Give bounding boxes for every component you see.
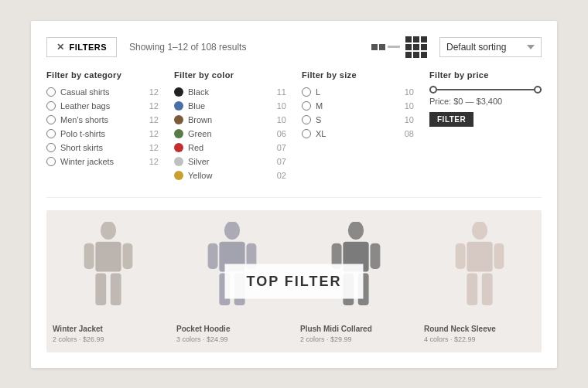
filter-size-title: Filter by size [302, 70, 414, 80]
category-item[interactable]: Leather bags12 [46, 101, 159, 111]
filter-category: Filter by category Casual shirts12Leathe… [46, 70, 174, 185]
color-item[interactable]: Black11 [174, 87, 286, 97]
product-info: 4 colors · $22.99 [424, 335, 535, 343]
product-card[interactable]: Pocket Hoodie 3 colors · $24.99 [170, 210, 294, 352]
grid-view-icon[interactable] [405, 36, 427, 58]
svg-rect-2 [84, 243, 94, 268]
view-toggle [371, 36, 427, 58]
filter-color-title: Filter by color [174, 70, 286, 80]
svg-point-18 [472, 222, 487, 240]
svg-rect-3 [122, 243, 132, 268]
color-swatch [174, 143, 183, 152]
product-figure [449, 222, 511, 315]
product-image [53, 218, 164, 318]
price-range-text: Price: $0 — $3,400 [429, 97, 542, 106]
color-swatch [174, 101, 183, 111]
product-figure [77, 222, 139, 315]
svg-rect-5 [111, 273, 121, 305]
color-item[interactable]: Red07 [174, 143, 286, 152]
svg-rect-8 [208, 243, 218, 268]
product-name: Round Neck Sleeve [424, 325, 535, 333]
product-figure [325, 222, 387, 315]
close-icon: ✕ [56, 42, 65, 53]
svg-point-0 [101, 222, 116, 240]
color-item[interactable]: Silver07 [174, 157, 286, 166]
main-card: ✕ FILTERS Showing 1–12 of 108 results De… [31, 21, 557, 368]
svg-rect-4 [95, 273, 106, 305]
product-grid: Winter Jacket 2 colors · $26.99 Pocket H… [46, 210, 542, 352]
svg-rect-11 [234, 273, 245, 305]
svg-rect-7 [219, 241, 244, 271]
svg-rect-20 [456, 243, 466, 268]
color-swatch [174, 171, 183, 180]
product-name: Plush Midi Collared [300, 325, 412, 333]
svg-rect-14 [332, 243, 342, 268]
filter-price: Filter by price Price: $0 — $3,400 FILTE… [429, 70, 542, 185]
product-image [176, 218, 288, 318]
product-figure [201, 222, 263, 315]
filter-panel: Filter by category Casual shirts12Leathe… [46, 70, 542, 198]
color-swatch [174, 157, 183, 166]
category-item[interactable]: Men's shorts12 [46, 115, 159, 124]
color-item[interactable]: Green06 [174, 129, 286, 138]
price-handle-max[interactable] [534, 86, 542, 94]
svg-point-6 [224, 222, 240, 240]
svg-rect-10 [219, 273, 230, 305]
svg-rect-9 [246, 243, 256, 268]
category-item[interactable]: Casual shirts12 [46, 87, 159, 97]
product-card[interactable]: Plush Midi Collared 2 colors · $29.99 [294, 210, 418, 352]
size-item[interactable]: M10 [302, 101, 414, 111]
color-item[interactable]: Blue10 [174, 101, 286, 111]
svg-rect-1 [95, 241, 121, 271]
category-list: Casual shirts12Leather bags12Men's short… [46, 87, 159, 166]
svg-rect-22 [467, 273, 477, 305]
product-info: 2 colors · $29.99 [300, 335, 412, 343]
svg-rect-15 [370, 243, 380, 268]
filter-category-title: Filter by category [46, 70, 159, 80]
svg-rect-16 [343, 273, 354, 305]
filters-label: FILTERS [70, 43, 108, 52]
product-name: Pocket Hoodie [176, 325, 288, 333]
color-list: Black11Blue10Brown10Green06Red07Silver07… [174, 87, 286, 180]
product-image [424, 218, 535, 318]
toolbar: ✕ FILTERS Showing 1–12 of 108 results De… [46, 36, 542, 58]
product-info: 2 colors · $26.99 [53, 335, 164, 343]
size-item[interactable]: S10 [302, 115, 414, 124]
filter-price-title: Filter by price [429, 70, 542, 80]
product-card[interactable]: Round Neck Sleeve 4 colors · $22.99 [418, 210, 542, 352]
category-item[interactable]: Winter jackets12 [46, 157, 159, 166]
product-card[interactable]: Winter Jacket 2 colors · $26.99 [46, 210, 170, 352]
color-item[interactable]: Yellow02 [174, 171, 286, 180]
product-grid-container: Winter Jacket 2 colors · $26.99 Pocket H… [46, 210, 542, 352]
color-item[interactable]: Brown10 [174, 115, 286, 124]
size-item[interactable]: L10 [302, 87, 414, 97]
price-handle-min[interactable] [429, 86, 437, 94]
sort-select[interactable]: Default sorting Price: Low to High Price… [439, 37, 542, 57]
filter-apply-button[interactable]: FILTER [429, 112, 473, 127]
product-info: 3 colors · $24.99 [176, 335, 288, 343]
svg-point-12 [348, 222, 364, 240]
size-item[interactable]: XL08 [302, 129, 414, 138]
list-view-icon[interactable] [371, 44, 401, 50]
category-item[interactable]: Short skirts12 [46, 143, 159, 152]
filter-color: Filter by color Black11Blue10Brown10Gree… [174, 70, 302, 185]
product-name: Winter Jacket [53, 325, 164, 333]
svg-rect-21 [494, 243, 504, 268]
svg-rect-17 [358, 273, 369, 305]
color-swatch [174, 87, 183, 97]
filters-button[interactable]: ✕ FILTERS [46, 37, 117, 57]
price-range-slider[interactable] [429, 89, 542, 90]
showing-count: Showing 1–12 of 108 results [129, 42, 371, 53]
product-image [300, 218, 412, 318]
color-swatch [174, 115, 183, 124]
filter-size: Filter by size L10M10S10XL08 [302, 70, 429, 185]
category-item[interactable]: Polo t-shirts12 [46, 129, 159, 138]
svg-rect-23 [482, 273, 493, 305]
svg-rect-13 [343, 241, 368, 271]
color-swatch [174, 129, 183, 138]
size-list: L10M10S10XL08 [302, 87, 414, 138]
svg-rect-19 [467, 241, 492, 271]
